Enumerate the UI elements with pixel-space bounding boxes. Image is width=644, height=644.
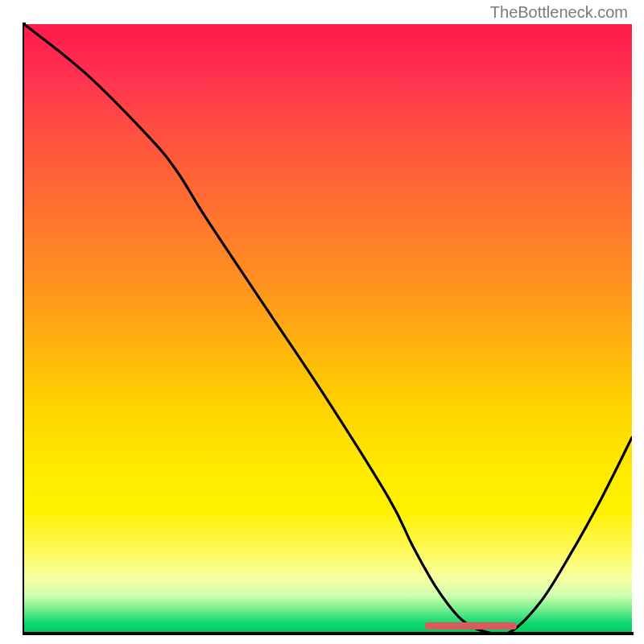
watermark-text: TheBottleneck.com [490,3,628,22]
x-axis-line [23,632,634,635]
chart-area [24,24,632,632]
optimal-range-marker [425,622,516,630]
gradient-background [24,24,632,632]
